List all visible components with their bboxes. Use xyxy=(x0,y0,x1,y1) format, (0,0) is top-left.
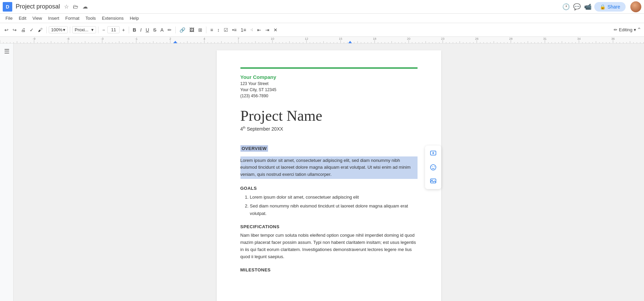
font-size-box[interactable]: 11 xyxy=(107,26,120,33)
image-button[interactable]: 🖼 xyxy=(188,26,196,34)
indent-more-button[interactable]: ⇥ xyxy=(264,26,271,34)
separator-6 xyxy=(206,27,206,33)
strikethrough-button[interactable]: S xyxy=(152,26,158,34)
edit-pencil-icon: ✏ xyxy=(614,27,617,32)
editing-chevron: ▾ xyxy=(634,27,636,32)
lock-icon: 🔒 xyxy=(600,4,606,10)
goal-item-1: Lorem ipsum dolor sit amet, consectetuer… xyxy=(250,194,418,201)
numbered-list-button[interactable]: 1≡ xyxy=(239,26,248,34)
menu-tools[interactable]: Tools xyxy=(83,15,98,21)
comment-icon[interactable]: 💬 xyxy=(572,2,581,11)
app-icon: D xyxy=(3,2,12,12)
document-title: Project proposal xyxy=(16,3,60,10)
editing-label-container[interactable]: ✏ Editing ▾ xyxy=(614,27,636,32)
add-comment-button[interactable] xyxy=(427,148,439,160)
align-button[interactable]: ≡ xyxy=(208,26,215,34)
bold-button[interactable]: B xyxy=(131,26,138,34)
share-button[interactable]: 🔒 Share xyxy=(594,2,626,12)
outline-list-button[interactable]: ⁖ xyxy=(249,26,255,34)
underline-button[interactable]: U xyxy=(144,26,151,34)
project-title: Project Name xyxy=(240,107,418,124)
menu-file[interactable]: File xyxy=(3,15,15,21)
bullet-list-button[interactable]: •≡ xyxy=(231,26,238,34)
highlight-button[interactable]: ✏ xyxy=(166,26,173,34)
toolbar: ↩ ↪ 🖨 ✓ 🖌 100% ▾ Proxi... ▾ − 11 + B I U… xyxy=(0,23,644,37)
collapse-toolbar-button[interactable]: ⌃ xyxy=(637,27,641,33)
share-label: Share xyxy=(608,4,620,10)
cloud-icon[interactable]: ☁ xyxy=(82,3,89,11)
separator-2 xyxy=(70,27,70,33)
print-button[interactable]: 🖨 xyxy=(19,26,27,34)
history-icon[interactable]: 🕐 xyxy=(562,2,570,11)
menu-insert[interactable]: Insert xyxy=(45,15,62,21)
goal-item-2: Sed diam nonummy nibh euismod tincidunt … xyxy=(250,202,418,217)
svg-point-4 xyxy=(432,166,433,167)
overview-body: Lorem ipsum dolor sit amet, consectetuer… xyxy=(240,156,418,179)
separator-3 xyxy=(98,27,98,33)
menu-view[interactable]: View xyxy=(30,15,45,21)
font-size-increase[interactable]: + xyxy=(120,26,126,34)
line-spacing-button[interactable]: ↕ xyxy=(216,26,221,34)
paper: Your Company 123 Your Street Your City, … xyxy=(217,50,441,301)
date-sup: th xyxy=(243,126,246,129)
editing-text: Editing xyxy=(619,27,632,32)
italic-button[interactable]: I xyxy=(139,26,143,34)
separator-4 xyxy=(129,27,129,33)
document-area: Your Company 123 Your Street Your City, … xyxy=(14,44,644,301)
clear-format-button[interactable]: ✕ xyxy=(272,26,279,34)
zoom-value: 100% xyxy=(51,27,62,32)
paintformat-button[interactable]: 🖌 xyxy=(36,26,44,34)
address-line1: 123 Your Street xyxy=(240,81,418,87)
star-icon[interactable]: ☆ xyxy=(63,3,69,11)
ruler xyxy=(0,37,644,44)
outline-icon[interactable]: ☰ xyxy=(4,48,10,55)
separator-5 xyxy=(175,27,176,33)
goals-list: Lorem ipsum dolor sit amet, consectetuer… xyxy=(240,194,418,217)
svg-point-3 xyxy=(430,165,436,170)
indent-less-button[interactable]: ⇤ xyxy=(255,26,263,34)
image-add-icon xyxy=(430,178,437,184)
undo-button[interactable]: ↩ xyxy=(3,26,10,34)
main-area: ☰ Your Company 123 Your Street Your City… xyxy=(0,44,644,301)
redo-button[interactable]: ↪ xyxy=(11,26,18,34)
company-name: Your Company xyxy=(240,74,418,80)
menu-format[interactable]: Format xyxy=(63,15,82,21)
menu-help[interactable]: Help xyxy=(127,15,142,21)
spellcheck-button[interactable]: ✓ xyxy=(28,26,35,34)
date-rest: September 20XX xyxy=(246,126,283,132)
folder-icon[interactable]: 🗁 xyxy=(72,3,79,11)
zoom-chevron: ▾ xyxy=(63,27,65,32)
font-size-control: − 11 + xyxy=(100,26,126,34)
specifications-body: Nam liber tempor cum soluta nobis eleife… xyxy=(240,232,418,260)
company-address: 123 Your Street Your City, ST 12345 (123… xyxy=(240,81,418,99)
menubar: File Edit View Insert Format Tools Exten… xyxy=(0,14,644,23)
topbar: D Project proposal ☆ 🗁 ☁ 🕐 💬 📹 🔒 Share xyxy=(0,0,644,14)
table-button[interactable]: ⊞ xyxy=(197,26,204,34)
overview-heading: OVERVIEW xyxy=(240,145,268,152)
menu-extensions[interactable]: Extensions xyxy=(99,15,126,21)
title-icons: ☆ 🗁 ☁ xyxy=(63,3,89,11)
font-selector[interactable]: Proxi... ▾ xyxy=(72,26,96,33)
checklist-button[interactable]: ☑ xyxy=(222,26,230,34)
company-bar xyxy=(240,67,418,69)
link-button[interactable]: 🔗 xyxy=(178,26,187,34)
address-line3: (123) 456-7890 xyxy=(240,93,418,99)
font-chevron: ▾ xyxy=(91,27,94,32)
sidebar-toggle[interactable]: ☰ xyxy=(0,44,14,301)
text-color-button[interactable]: A xyxy=(159,26,165,34)
add-comment-icon xyxy=(430,150,437,157)
image-add-button[interactable] xyxy=(427,175,439,187)
specifications-heading: SPECIFICATIONS xyxy=(240,224,418,229)
address-line2: Your City, ST 12345 xyxy=(240,87,418,93)
zoom-control[interactable]: 100% ▾ xyxy=(49,26,68,33)
menu-edit[interactable]: Edit xyxy=(16,15,29,21)
floating-actions xyxy=(425,146,441,189)
emoji-icon xyxy=(430,164,437,171)
goals-heading: GOALS xyxy=(240,186,418,191)
font-name: Proxi... xyxy=(75,27,88,32)
font-size-decrease[interactable]: − xyxy=(100,26,107,34)
emoji-button[interactable] xyxy=(427,161,439,173)
video-icon[interactable]: 📹 xyxy=(583,2,592,11)
avatar[interactable] xyxy=(630,1,641,12)
separator-1 xyxy=(46,27,47,33)
